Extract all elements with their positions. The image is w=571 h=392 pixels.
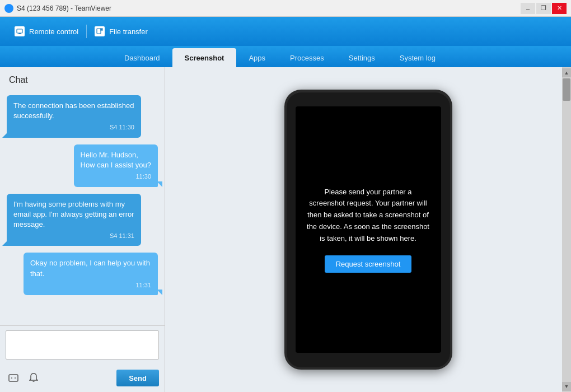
scrollbar-down-button[interactable]: ▼	[562, 382, 571, 391]
minimize-button[interactable]: –	[521, 3, 535, 14]
window-title: S4 (123 456 789) - TeamViewer	[17, 4, 111, 12]
message-bubble: Hello Mr. Hudson,How can I assist you? 1…	[74, 144, 158, 187]
chat-panel: Chat The connection has been established…	[0, 67, 165, 392]
message-time: S4 11:30	[13, 123, 134, 132]
message-bubble: Okay no problem, I can help you with tha…	[24, 253, 158, 295]
toolbar: Remote control File transfer	[0, 17, 571, 46]
message-time: S4 11:31	[13, 232, 134, 240]
emoji-button[interactable]	[6, 370, 21, 386]
toolbar-divider	[86, 25, 87, 38]
message-text: Okay no problem, I can help you with tha…	[30, 258, 151, 278]
close-button[interactable]: ✕	[552, 3, 567, 14]
chat-input[interactable]	[6, 330, 159, 360]
message-text: I'm having some problems with my email a…	[13, 199, 134, 230]
list-item: Okay no problem, I can help you with tha…	[24, 253, 158, 295]
remote-control-section[interactable]: Remote control	[9, 23, 84, 40]
chat-icon-buttons	[6, 370, 41, 386]
tab-dashboard[interactable]: Dashboard	[112, 48, 172, 67]
list-item: I'm having some problems with my email a…	[7, 194, 141, 246]
list-item: The connection has been established succ…	[7, 95, 141, 138]
title-bar: S4 (123 456 789) - TeamViewer – ❐ ✕	[0, 0, 571, 17]
svg-rect-2	[97, 29, 101, 34]
tab-system-log[interactable]: System log	[387, 48, 448, 67]
send-button[interactable]: Send	[116, 370, 159, 386]
chat-input-area	[0, 325, 165, 366]
notification-button[interactable]	[26, 370, 41, 386]
window-controls: – ❐ ✕	[521, 3, 567, 14]
tab-screenshot[interactable]: Screenshot	[172, 48, 237, 67]
app-icon	[4, 4, 13, 13]
list-item: Hello Mr. Hudson,How can I assist you? 1…	[74, 144, 158, 187]
tab-processes[interactable]: Processes	[278, 48, 336, 67]
chat-actions: Send	[0, 366, 165, 392]
message-bubble: The connection has been established succ…	[7, 95, 141, 138]
device-screen: Please send your partner a screenshot re…	[296, 106, 441, 353]
title-bar-left: S4 (123 456 789) - TeamViewer	[4, 4, 111, 13]
request-screenshot-button[interactable]: Request screenshot	[325, 255, 412, 273]
file-transfer-section[interactable]: File transfer	[89, 23, 153, 40]
remote-control-icon	[15, 26, 25, 36]
message-time: 11:30	[81, 172, 151, 181]
message-text: The connection has been established succ…	[13, 101, 134, 121]
file-transfer-label: File transfer	[109, 27, 148, 36]
tab-settings[interactable]: Settings	[336, 48, 387, 67]
message-time: 11:31	[30, 281, 151, 290]
svg-rect-4	[9, 375, 18, 381]
scrollbar-up-button[interactable]: ▲	[562, 68, 571, 77]
tab-bar: Dashboard Screenshot Apps Processes Sett…	[0, 46, 571, 67]
message-text: Hello Mr. Hudson,How can I assist you?	[81, 150, 151, 170]
tab-apps[interactable]: Apps	[236, 48, 278, 67]
file-transfer-icon	[95, 26, 105, 36]
restore-button[interactable]: ❐	[536, 3, 551, 14]
message-bubble: I'm having some problems with my email a…	[7, 194, 141, 246]
scrollbar-track: ▲ ▼	[562, 67, 571, 392]
screenshot-message: Please send your partner a screenshot re…	[307, 186, 430, 245]
scrollbar-thumb[interactable]	[563, 78, 570, 101]
chat-messages: The connection has been established succ…	[0, 91, 165, 325]
chat-title: Chat	[0, 67, 165, 91]
svg-rect-1	[18, 33, 21, 34]
main-content: Chat The connection has been established…	[0, 67, 571, 392]
device-mockup: Please send your partner a screenshot re…	[284, 90, 452, 370]
remote-control-label: Remote control	[29, 27, 78, 36]
screenshot-panel: Please send your partner a screenshot re…	[165, 67, 571, 392]
svg-rect-0	[17, 29, 22, 33]
